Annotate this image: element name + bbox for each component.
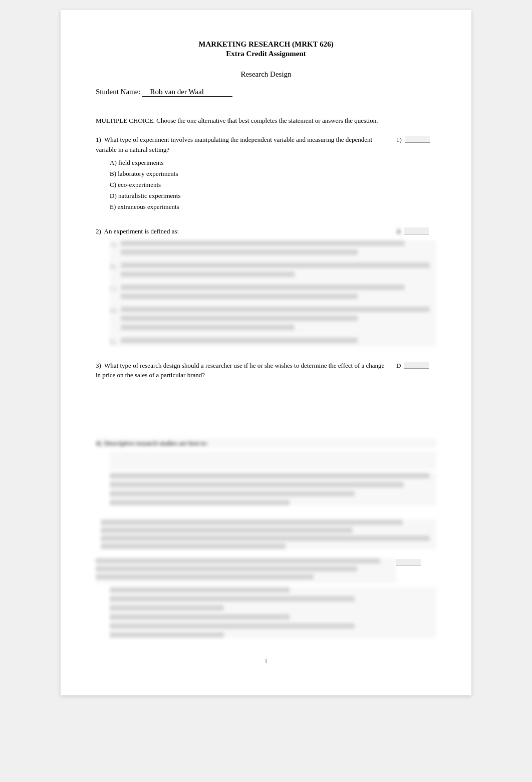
- question-4-text: 4) Descriptive research studies are best…: [96, 438, 436, 448]
- question-3-answer: D: [396, 361, 436, 370]
- instructions-text: MULTIPLE CHOICE. Choose the one alternat…: [96, 117, 436, 125]
- question-2-answer: A: [396, 226, 436, 235]
- student-name-line: Student Name: Rob van der Waal: [96, 88, 436, 99]
- bottom-blurred-options: [101, 519, 436, 549]
- question-3-options-area: [110, 384, 436, 424]
- page-number: 1: [96, 658, 436, 665]
- question-3-answer-letter: D: [396, 362, 401, 370]
- question-3-text: 3) What type of research design should a…: [96, 361, 396, 380]
- document-page: MARKETING RESEARCH (MRKT 626) Extra Cred…: [61, 10, 471, 695]
- question-1-options: A) field experiments B) laboratory exper…: [110, 157, 436, 212]
- section-title: Research Design: [96, 70, 436, 79]
- question-5-text: [96, 558, 396, 583]
- question-2-options-blurred: A) B) C) D): [110, 240, 436, 347]
- student-name-value: Rob van der Waal: [142, 88, 232, 97]
- option-1c: C) eco-experiments: [110, 179, 436, 190]
- bottom-section: [96, 519, 436, 638]
- question-2-text: 2) An experiment is defined as:: [96, 226, 396, 236]
- question-5: [96, 558, 436, 638]
- option-1a: A) field experiments: [110, 157, 436, 168]
- question-1: 1) What type of experiment involves mani…: [96, 135, 436, 212]
- question-4-options-blurred: [110, 452, 436, 505]
- question-1-text: 1) What type of experiment involves mani…: [96, 135, 396, 154]
- option-1b: B) laboratory experiments: [110, 168, 436, 179]
- option-1d: D) naturalistic experiments: [110, 190, 436, 201]
- course-title: MARKETING RESEARCH (MRKT 626): [96, 40, 436, 49]
- option-1e: E) extraneous experiments: [110, 201, 436, 212]
- question-2: 2) An experiment is defined as: A A) B): [96, 226, 436, 347]
- question-1-answer: 1): [396, 135, 436, 144]
- question-4: 4) Descriptive research studies are best…: [96, 438, 436, 506]
- assignment-title: Extra Credit Assignment: [96, 50, 436, 58]
- student-label: Student Name:: [96, 88, 141, 96]
- question-5-options: [110, 587, 436, 638]
- question-5-answer: [396, 558, 436, 566]
- document-header: MARKETING RESEARCH (MRKT 626) Extra Cred…: [96, 40, 436, 58]
- question-3: 3) What type of research design should a…: [96, 361, 436, 424]
